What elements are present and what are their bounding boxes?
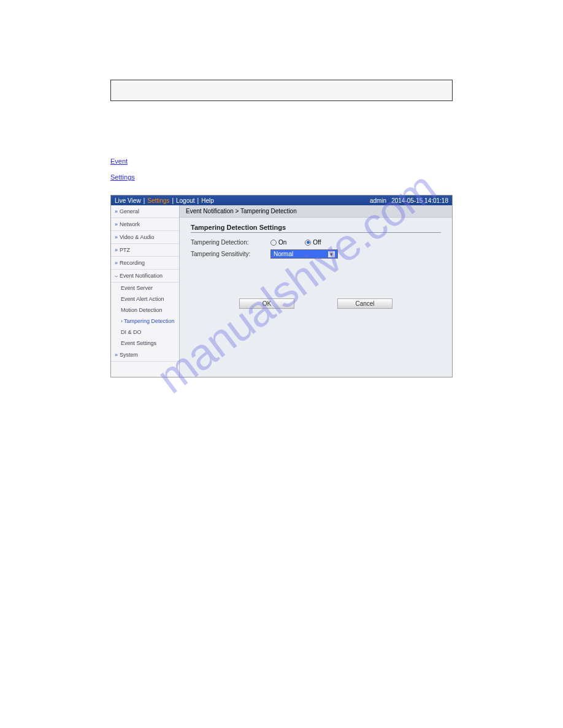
radio-on[interactable]: On: [270, 239, 286, 246]
nav-logout[interactable]: Logout: [176, 197, 195, 204]
nav-sep: |: [144, 197, 145, 204]
nav-sep: |: [172, 197, 174, 204]
sidebar-sub-event-settings[interactable]: Event Settings: [111, 338, 179, 349]
user-label: admin: [370, 197, 386, 204]
breadcrumb: Event Notification > Tampering Detection: [180, 205, 452, 218]
sensitivity-select[interactable]: Normal ▾: [270, 249, 338, 259]
sidebar-item-video-audio[interactable]: Video & Audio: [111, 231, 179, 244]
sidebar-sub-di-do[interactable]: DI & DO: [111, 327, 179, 338]
sidebar-item-ptz[interactable]: PTZ: [111, 244, 179, 257]
event-link[interactable]: Event: [110, 157, 128, 165]
radio-on-dot: [270, 240, 277, 246]
tampering-detection-label: Tampering Detection:: [191, 239, 270, 246]
sidebar-item-recording[interactable]: Recording: [111, 257, 179, 270]
chevron-down-icon: ▾: [328, 251, 335, 257]
settings-window: Live View | Settings | Logout | Help adm…: [110, 195, 453, 377]
section-title: Tampering Detection Settings: [191, 224, 446, 231]
settings-link[interactable]: Settings: [110, 173, 135, 181]
blank-box: [110, 80, 453, 101]
sidebar: General Network Video & Audio PTZ Record…: [111, 205, 180, 377]
nav-sep: |: [197, 197, 199, 204]
radio-off-label: Off: [313, 239, 321, 246]
ok-button[interactable]: OK: [239, 298, 294, 309]
datetime-label: 2014-05-15 14:01:18: [391, 197, 448, 204]
sensitivity-value: Normal: [274, 251, 293, 257]
sidebar-item-network[interactable]: Network: [111, 218, 179, 231]
radio-on-label: On: [278, 239, 286, 246]
sidebar-item-event-notification[interactable]: Event Notification: [111, 270, 179, 282]
radio-off[interactable]: Off: [305, 239, 321, 246]
sidebar-item-general[interactable]: General: [111, 205, 179, 218]
button-row: OK Cancel: [180, 298, 452, 309]
tampering-detection-row: Tampering Detection: On Off: [191, 239, 441, 246]
nav-help[interactable]: Help: [201, 197, 214, 204]
cancel-button[interactable]: Cancel: [337, 298, 393, 309]
main-panel: Event Notification > Tampering Detection…: [180, 205, 452, 377]
sidebar-item-system[interactable]: System: [111, 349, 179, 362]
tampering-sensitivity-row: Tampering Sensitivity: Normal ▾: [191, 249, 441, 259]
para-link-2: Settings: [110, 172, 453, 183]
sidebar-sub-event-server[interactable]: Event Server: [111, 282, 179, 294]
sidebar-sub-motion-detection[interactable]: Motion Detection: [111, 305, 179, 316]
tampering-sensitivity-label: Tampering Sensitivity:: [191, 251, 270, 257]
sidebar-sub-event-alert-action[interactable]: Event Alert Action: [111, 294, 179, 305]
top-nav-bar: Live View | Settings | Logout | Help adm…: [111, 195, 452, 205]
radio-off-dot: [305, 240, 311, 246]
section-divider: [191, 232, 441, 233]
para-link-1: Event: [110, 156, 453, 167]
nav-settings[interactable]: Settings: [147, 197, 169, 204]
nav-live-view[interactable]: Live View: [115, 197, 141, 204]
sidebar-sub-tampering-detection[interactable]: Tampering Detection: [111, 316, 179, 327]
